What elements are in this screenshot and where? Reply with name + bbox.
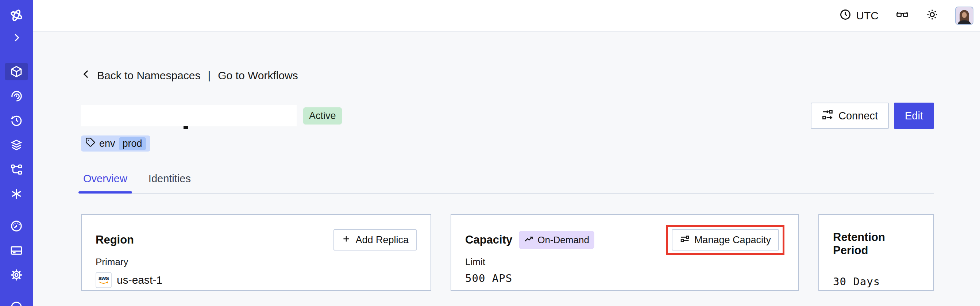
manage-capacity-label: Manage Capacity bbox=[694, 234, 771, 246]
retention-value: 30 Days bbox=[833, 275, 920, 288]
avatar[interactable] bbox=[955, 6, 974, 25]
region-card: Region Add Replica Primary aws bbox=[81, 214, 431, 291]
sidebar-item-workflows[interactable] bbox=[5, 87, 28, 105]
sidebar-item-namespaces[interactable] bbox=[5, 63, 28, 80]
edit-button[interactable]: Edit bbox=[894, 103, 934, 129]
credit-card-icon bbox=[10, 244, 23, 257]
sidebar-item-usage[interactable] bbox=[5, 217, 28, 235]
sidebar-item-deployments[interactable] bbox=[5, 136, 28, 154]
limit-label: Limit bbox=[465, 257, 784, 268]
gear-icon bbox=[10, 268, 23, 282]
main-content: Back to Namespaces | Go to Workflows Act… bbox=[33, 32, 980, 306]
clock-icon bbox=[839, 8, 851, 23]
region-value: us-east-1 bbox=[117, 274, 162, 286]
summary-cards: Region Add Replica Primary aws bbox=[81, 214, 934, 291]
manage-capacity-button[interactable]: Manage Capacity bbox=[672, 230, 779, 250]
labs-toggle-button[interactable] bbox=[896, 8, 909, 23]
spiral-eye-icon bbox=[10, 89, 23, 103]
connect-icon bbox=[822, 109, 833, 123]
topbar: UTC bbox=[33, 0, 980, 32]
ondemand-badge: On-Demand bbox=[519, 231, 594, 249]
sliders-icon bbox=[680, 234, 690, 247]
help-circle-icon bbox=[10, 301, 23, 306]
tab-identities[interactable]: Identities bbox=[146, 173, 193, 193]
add-replica-button[interactable]: Add Replica bbox=[334, 230, 417, 250]
annotation-highlight: Manage Capacity bbox=[666, 225, 784, 255]
sidebar bbox=[0, 0, 33, 306]
sidebar-expand-button[interactable] bbox=[5, 32, 28, 44]
retention-card-title: Retention Period bbox=[833, 231, 920, 257]
sidebar-item-nexus[interactable] bbox=[5, 161, 28, 178]
retry-clock-icon bbox=[10, 114, 23, 127]
tag-icon bbox=[85, 137, 95, 150]
plus-icon bbox=[342, 234, 351, 246]
sidebar-nav-secondary bbox=[5, 217, 28, 284]
namespace-header: Active Connect bbox=[81, 103, 934, 129]
sidebar-item-batch-operations[interactable] bbox=[5, 185, 28, 202]
status-badge: Active bbox=[303, 107, 342, 124]
sidebar-item-settings[interactable] bbox=[5, 266, 28, 284]
sun-icon bbox=[926, 8, 939, 23]
capacity-card: Capacity On-Demand bbox=[450, 214, 799, 291]
branch-flow-icon bbox=[10, 163, 23, 176]
sidebar-item-schedules[interactable] bbox=[5, 112, 28, 129]
retention-card: Retention Period 30 Days bbox=[818, 214, 934, 291]
aws-logo: aws bbox=[95, 272, 111, 288]
chevron-left-icon bbox=[81, 69, 92, 82]
limit-value: 500 APS bbox=[465, 272, 512, 284]
primary-label: Primary bbox=[95, 257, 417, 268]
layers-icon bbox=[10, 139, 23, 151]
sidebar-item-billing[interactable] bbox=[5, 242, 28, 259]
speedometer-icon bbox=[10, 220, 23, 233]
sidebar-nav bbox=[5, 63, 28, 202]
chevron-right-icon bbox=[10, 32, 22, 44]
sidebar-item-help[interactable] bbox=[5, 298, 28, 306]
namespace-tag[interactable]: env prod bbox=[81, 135, 150, 151]
connect-button-label: Connect bbox=[838, 110, 878, 122]
capacity-card-title: Capacity bbox=[465, 233, 512, 247]
go-to-workflows-link[interactable]: Go to Workflows bbox=[218, 69, 298, 82]
glasses-icon bbox=[896, 8, 909, 23]
region-card-title: Region bbox=[95, 233, 134, 247]
aws-logo-text: aws bbox=[99, 275, 109, 281]
namespace-name-redacted bbox=[81, 105, 297, 126]
trending-up-icon bbox=[524, 234, 534, 246]
tab-overview[interactable]: Overview bbox=[81, 173, 129, 193]
temporal-logo-icon bbox=[8, 7, 25, 23]
breadcrumb: Back to Namespaces | Go to Workflows bbox=[81, 69, 934, 82]
timezone-button[interactable]: UTC bbox=[839, 8, 878, 23]
theme-toggle-button[interactable] bbox=[926, 8, 939, 23]
tag-key: env bbox=[99, 138, 115, 149]
back-to-namespaces-link[interactable]: Back to Namespaces bbox=[97, 69, 200, 82]
tab-bar: Overview Identities bbox=[81, 173, 934, 193]
timezone-label: UTC bbox=[856, 10, 878, 22]
cube-icon bbox=[10, 65, 23, 78]
add-replica-label: Add Replica bbox=[355, 234, 409, 246]
asterisk-icon bbox=[10, 187, 23, 201]
redaction-artifact bbox=[183, 126, 188, 129]
ondemand-badge-label: On-Demand bbox=[538, 235, 589, 245]
connect-button[interactable]: Connect bbox=[811, 103, 889, 129]
nav-separator: | bbox=[208, 69, 210, 82]
tag-value: prod bbox=[119, 137, 146, 150]
